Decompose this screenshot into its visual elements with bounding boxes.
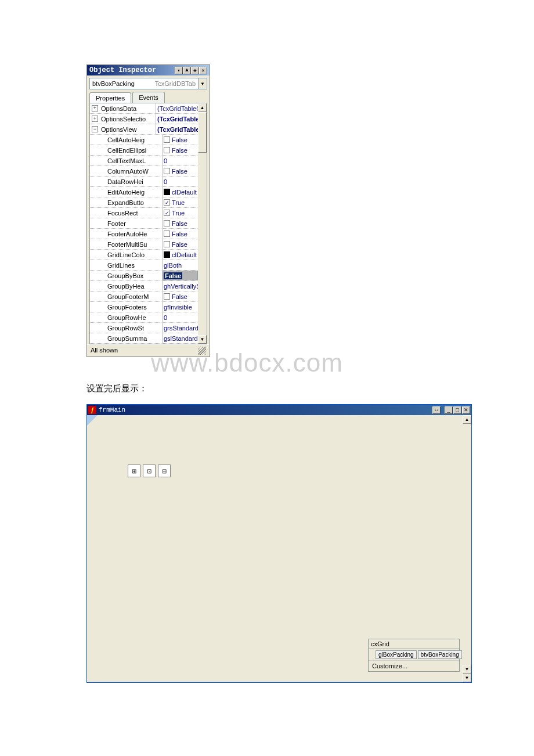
- property-row[interactable]: FooterFalse: [90, 218, 207, 229]
- pin-icon[interactable]: ◈: [191, 67, 199, 74]
- expand-spacer: [98, 199, 104, 206]
- scroll-thumb[interactable]: [198, 112, 207, 153]
- property-row[interactable]: GroupFooterMFalse: [90, 291, 207, 302]
- property-name: GroupByHea: [106, 283, 162, 290]
- property-row[interactable]: CellAutoHeigFalse: [90, 135, 207, 145]
- rollup-icon[interactable]: ▲: [183, 67, 191, 74]
- property-row[interactable]: GroupFootersgfInvisible: [90, 302, 207, 312]
- expand-spacer: [98, 304, 104, 310]
- property-row[interactable]: GridLineColoclDefault: [90, 250, 207, 260]
- stay-on-top-icon[interactable]: ↔: [432, 406, 441, 414]
- component-icon[interactable]: ⊟: [158, 465, 171, 477]
- scroll-up-icon[interactable]: ▲: [198, 103, 207, 112]
- component-icons: ⊞ ⊡ ⊟: [128, 465, 171, 477]
- designer-client-area[interactable]: ⊞ ⊡ ⊟ cxGrid glBoxPacking btvBoxPacking …: [87, 415, 471, 682]
- property-name: GridLineColo: [106, 251, 162, 258]
- expand-spacer: [98, 314, 104, 321]
- property-name: GroupFooterM: [106, 293, 162, 300]
- object-inspector: Object Inspector ▾ ▲ ◈ ✕ btvBoxPacking T…: [86, 64, 210, 357]
- checkbox-icon[interactable]: [164, 241, 170, 247]
- scroll-down-corner-icon[interactable]: ▼: [463, 674, 471, 682]
- grid-level-label[interactable]: glBoxPacking: [376, 650, 417, 659]
- datasource-icon[interactable]: ⊡: [143, 465, 156, 477]
- combo-dropdown-icon[interactable]: ▼: [198, 78, 207, 89]
- close-icon[interactable]: ✕: [462, 406, 470, 414]
- minimize-icon[interactable]: _: [445, 406, 453, 414]
- scrollbar-vertical[interactable]: ▲ ▼: [198, 103, 207, 344]
- property-name: CellAutoHeig: [106, 136, 162, 143]
- scroll-down-icon[interactable]: ▼: [463, 665, 471, 674]
- status-text: All shown: [91, 347, 118, 355]
- property-name: Footer: [106, 220, 162, 227]
- property-row[interactable]: ColumnAutoWFalse: [90, 166, 207, 177]
- maximize-icon[interactable]: □: [453, 406, 461, 414]
- checkbox-icon[interactable]: [164, 147, 170, 153]
- property-row[interactable]: GroupRowHe0: [90, 312, 207, 323]
- customize-button[interactable]: Customize...: [369, 661, 459, 671]
- component-name: btvBoxPacking: [90, 79, 137, 88]
- property-row[interactable]: GroupByHeaghVerticallyShift: [90, 281, 207, 291]
- designer-scrollbar-v[interactable]: ▲ ▼: [463, 415, 471, 674]
- inspector-tabs: Properties Events: [89, 92, 207, 103]
- expand-spacer: [98, 325, 104, 331]
- property-row[interactable]: CellEndEllipsiFalse: [90, 145, 207, 156]
- designer-titlebar[interactable]: ƒ frmMain ↔ _ □ ✕: [87, 405, 471, 415]
- expand-spacer: [98, 231, 104, 237]
- property-name: FooterMultiSu: [106, 241, 162, 248]
- property-row[interactable]: −OptionsView(TcxGridTable: [90, 124, 207, 135]
- checkbox-icon[interactable]: [164, 220, 170, 226]
- property-name: GroupByBox: [106, 272, 162, 279]
- property-name: FocusRect: [106, 210, 162, 217]
- designer-window: ƒ frmMain ↔ _ □ ✕ ⊞ ⊡ ⊟ cxGrid glBoxPack…: [86, 404, 472, 683]
- property-row[interactable]: GroupRowStgrsStandard: [90, 323, 207, 333]
- checkbox-icon[interactable]: [164, 136, 170, 143]
- property-row[interactable]: +OptionsData(TcxGridTableO: [90, 103, 207, 114]
- object-inspector-titlebar[interactable]: Object Inspector ▾ ▲ ◈ ✕: [87, 65, 210, 75]
- property-name: GroupFooters: [106, 304, 162, 311]
- color-swatch-icon: [164, 189, 170, 195]
- resize-grip-icon[interactable]: [198, 347, 206, 355]
- property-row[interactable]: FooterMultiSuFalse: [90, 239, 207, 250]
- expand-spacer: [98, 251, 104, 258]
- checkbox-icon[interactable]: ✓: [164, 199, 170, 206]
- property-grid: +OptionsData(TcxGridTableO+OptionsSelect…: [89, 103, 207, 344]
- dropdown-icon[interactable]: ▾: [175, 67, 183, 74]
- property-name: ExpandButto: [106, 199, 162, 206]
- checkbox-icon[interactable]: [164, 231, 170, 237]
- property-row[interactable]: EditAutoHeigclDefault: [90, 187, 207, 197]
- property-name: DataRowHei: [106, 178, 162, 185]
- dataset-icon[interactable]: ⊞: [128, 465, 140, 477]
- property-row[interactable]: +OptionsSelectio(TcxGridTable: [90, 114, 207, 124]
- expand-spacer: [98, 157, 104, 164]
- checkbox-icon[interactable]: ✓: [164, 210, 170, 216]
- property-row[interactable]: FooterAutoHeFalse: [90, 229, 207, 239]
- component-combo[interactable]: btvBoxPacking TcxGridDBTab ▼: [89, 78, 207, 89]
- grid-structure-panel[interactable]: cxGrid glBoxPacking btvBoxPacking Custom…: [368, 639, 460, 672]
- expand-spacer: [98, 272, 104, 279]
- expand-icon[interactable]: +: [92, 116, 98, 122]
- property-row[interactable]: ExpandButto✓True: [90, 197, 207, 208]
- scroll-down-icon[interactable]: ▼: [198, 335, 207, 344]
- property-row[interactable]: GroupByBoxFalse▼: [90, 271, 207, 281]
- property-name: ColumnAutoW: [106, 168, 162, 175]
- property-row[interactable]: FocusRect✓True: [90, 208, 207, 218]
- selection-corner-icon: [87, 415, 98, 426]
- collapse-icon[interactable]: −: [92, 126, 98, 132]
- property-name: OptionsView: [100, 126, 156, 133]
- expand-icon[interactable]: +: [92, 105, 98, 111]
- property-name: OptionsSelectio: [100, 116, 156, 123]
- tab-properties[interactable]: Properties: [89, 92, 131, 103]
- checkbox-icon[interactable]: [164, 168, 170, 174]
- scroll-up-icon[interactable]: ▲: [463, 415, 471, 424]
- property-name: GridLines: [106, 262, 162, 269]
- property-row[interactable]: GridLinesglBoth: [90, 260, 207, 271]
- property-row[interactable]: CellTextMaxL0: [90, 156, 207, 166]
- caption-label: 设置完后显示：: [86, 383, 147, 394]
- close-icon[interactable]: ✕: [199, 67, 207, 74]
- tab-events[interactable]: Events: [132, 92, 165, 103]
- checkbox-icon[interactable]: [164, 293, 170, 300]
- property-row[interactable]: GroupSummagslStandard: [90, 333, 207, 344]
- property-row[interactable]: DataRowHei0: [90, 177, 207, 187]
- grid-root-label[interactable]: cxGrid: [369, 639, 459, 649]
- grid-view-label[interactable]: btvBoxPacking: [418, 650, 462, 659]
